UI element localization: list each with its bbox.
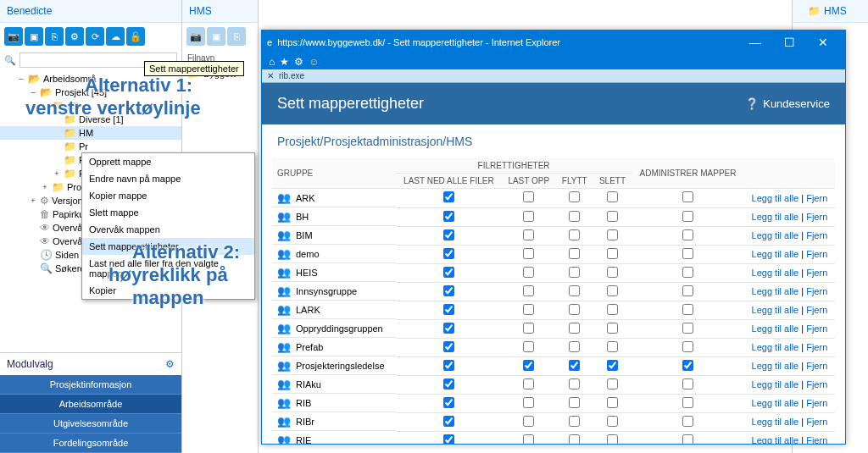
cb-lastopp[interactable] [523,416,534,427]
cb-lastopp[interactable] [523,229,534,240]
cb-lastopp[interactable] [523,211,534,222]
ctx-item[interactable]: Slett mappe [82,204,254,221]
cb-admin[interactable] [682,211,693,222]
tb-camera-icon[interactable]: 📷 [4,27,23,46]
ie-tab-close-icon[interactable]: ✕ [267,71,274,80]
fjern-link[interactable]: Fjern [806,323,827,334]
cb-lastopp[interactable] [523,285,534,296]
ctx-item[interactable]: Kopier mappe [82,187,254,204]
cb-flytt[interactable] [569,285,580,296]
close-button[interactable]: ✕ [806,34,840,51]
cb-slett[interactable] [607,378,618,389]
cb-slett[interactable] [607,397,618,408]
cb-slett[interactable] [607,304,618,315]
cb-admin[interactable] [682,304,693,315]
legg-link[interactable]: Legg til alle [752,435,799,444]
cb-admin[interactable] [682,397,693,408]
ctx-item[interactable]: Endre navn på mappe [82,170,254,187]
fjern-link[interactable]: Fjern [806,230,827,240]
tb-copy-icon[interactable]: ⎘ [45,27,64,46]
cb-admin[interactable] [682,434,693,445]
cb-slett[interactable] [607,360,618,371]
fjern-link[interactable]: Fjern [806,398,827,408]
legg-link[interactable]: Legg til alle [752,323,799,334]
cb-lastopp[interactable] [523,434,534,445]
cb-flytt[interactable] [569,341,580,352]
cb-slett[interactable] [607,416,618,427]
fjern-link[interactable]: Fjern [806,193,827,203]
tree-node[interactable]: –📂Prosjekt [45] [0,86,181,99]
tb-permissions-icon[interactable]: 🔓 [126,27,145,46]
cb-flytt[interactable] [569,229,580,240]
cb-flytt[interactable] [569,416,580,427]
cb-lastopp[interactable] [523,323,534,334]
smiley-icon[interactable]: ☺ [309,56,319,68]
ie-tabbar[interactable]: ✕ rib.exe [262,69,845,83]
cb-flytt[interactable] [569,360,580,371]
ctx-item[interactable]: Sett mapperettigheter [82,238,254,255]
maximize-button[interactable]: ☐ [772,34,806,51]
cb-lastopp[interactable] [523,191,534,202]
cb-slett[interactable] [607,285,618,296]
cb-slett[interactable] [607,323,618,334]
cb-lastned[interactable] [443,267,454,278]
legg-link[interactable]: Legg til alle [752,212,799,222]
legg-link[interactable]: Legg til alle [752,398,799,408]
cb-lastned[interactable] [443,323,454,334]
cb-lastopp[interactable] [523,304,534,315]
context-menu[interactable]: Opprett mappeEndre navn på mappeKopier m… [81,152,255,300]
legg-link[interactable]: Legg til alle [752,305,799,315]
tree-node[interactable]: 📁Diverse [1] [0,113,181,126]
cb-admin[interactable] [682,323,693,334]
cb-admin[interactable] [682,248,693,259]
cb-slett[interactable] [607,267,618,278]
cb-admin[interactable] [682,416,693,427]
cb-slett[interactable] [607,211,618,222]
cb-admin[interactable] [682,229,693,240]
tree-node[interactable]: 📁(S) [0,99,181,113]
cb-admin[interactable] [682,267,693,278]
cb-lastned[interactable] [443,360,454,371]
legg-link[interactable]: Legg til alle [752,342,799,352]
ie-titlebar[interactable]: e https://www.byggeweb.dk/ - Sett mapper… [262,30,845,54]
cb-lastned[interactable] [443,434,454,445]
cb-admin[interactable] [682,341,693,352]
fjern-link[interactable]: Fjern [806,286,827,296]
fjern-link[interactable]: Fjern [806,379,827,389]
legg-link[interactable]: Legg til alle [752,417,799,427]
home-icon[interactable]: ⌂ [269,56,275,68]
cb-lastned[interactable] [443,416,454,427]
cb-lastned[interactable] [443,397,454,408]
modul-item[interactable]: Utgivelsesområde [0,414,181,434]
ctx-item[interactable]: Kopier [82,282,254,299]
cb-slett[interactable] [607,434,618,445]
legg-link[interactable]: Legg til alle [752,379,799,389]
cb-lastopp[interactable] [523,397,534,408]
cb-lastopp[interactable] [523,360,534,371]
gear-icon[interactable]: ⚙ [165,358,175,370]
modul-item[interactable]: Prosjektinformasjon [0,375,181,395]
mid-tb-3[interactable]: ⎘ [227,27,246,46]
minimize-button[interactable]: — [738,34,772,51]
mid-tb-1[interactable]: 📷 [186,27,205,46]
fjern-link[interactable]: Fjern [806,361,827,371]
mid-tb-2[interactable]: ▣ [207,27,225,46]
cb-admin[interactable] [682,378,693,389]
expand-icon[interactable]: + [41,183,49,191]
tree-node[interactable]: 📁HM [0,126,181,140]
ctx-item[interactable]: Last ned alle filer fra den valgte mappe… [82,255,254,282]
fjern-link[interactable]: Fjern [806,342,827,352]
cb-admin[interactable] [682,191,693,202]
fjern-link[interactable]: Fjern [806,305,827,315]
fjern-link[interactable]: Fjern [806,417,827,427]
cb-lastned[interactable] [443,378,454,389]
ie-tab-label[interactable]: rib.exe [279,71,304,80]
legg-link[interactable]: Legg til alle [752,249,799,259]
cb-slett[interactable] [607,191,618,202]
cb-lastopp[interactable] [523,341,534,352]
cb-lastned[interactable] [443,191,454,202]
cb-lastopp[interactable] [523,378,534,389]
fjern-link[interactable]: Fjern [806,268,827,278]
legg-link[interactable]: Legg til alle [752,286,799,296]
ctx-item[interactable]: Opprett mappe [82,153,254,170]
